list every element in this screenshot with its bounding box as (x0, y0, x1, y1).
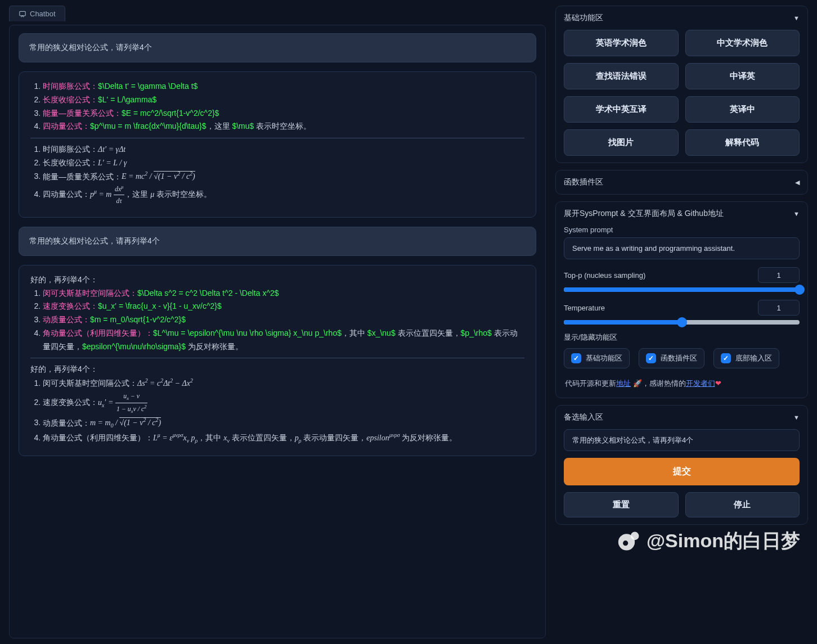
user-message-2: 常用的狭义相对论公式，请再列举4个 (19, 227, 536, 256)
bot-message-2: 好的，再列举4个： 闵可夫斯基时空间隔公式：$\Delta s^2 = c^2 … (19, 265, 536, 456)
rocket-icon: 🚀 (633, 379, 642, 388)
topp-fill (564, 287, 800, 292)
tab-bar: Chatbot (9, 6, 546, 21)
fn-btn-en-to-zh[interactable]: 英译中 (685, 96, 800, 123)
bot-message-1: 时间膨胀公式：$\Delta t' = \gamma \Delta t$ 长度收… (19, 71, 536, 218)
bot2-rendered-2: 速度变换公式：ux′ = ux − v1 − uxv / c2 (43, 390, 524, 416)
user-message-1: 常用的狭义相对论公式，请列举4个 (19, 33, 536, 62)
bot2-raw-1-latex: $\Delta s^2 = c^2 \Delta t^2 - \Delta x^… (137, 289, 279, 298)
bot1-rendered-3: 能量—质量关系公式：E = mc2 / √(1 − v2 / c2) (43, 170, 524, 183)
system-prompt-input[interactable] (564, 237, 800, 259)
divider (30, 358, 524, 358)
fn-btn-explain-code[interactable]: 解释代码 (685, 129, 800, 156)
bot2-rendered-list: 闵可夫斯基时空间隔公式：Δs2 = c2Δt2 − Δx2 速度变换公式：ux′… (43, 376, 524, 445)
footer-links: 代码开源和更新地址 🚀，感谢热情的开发者们❤ (564, 376, 800, 391)
divider (30, 138, 524, 138)
tab-label: Chatbot (30, 10, 56, 18)
repo-link[interactable]: 地址 (616, 379, 631, 388)
bot1-raw-1-latex: $\Delta t' = \gamma \Delta t$ (98, 82, 197, 91)
temperature-track[interactable] (564, 320, 800, 325)
bot1-rendered-2: 长度收缩公式：L′ = L / γ (43, 156, 524, 170)
system-prompt-label: System prompt (564, 226, 800, 234)
sidebar: 基础功能区 ▼ 英语学术润色 中文学术润色 查找语法错误 中译英 学术中英互译 … (553, 0, 817, 644)
system-prompt-field: System prompt (564, 226, 800, 259)
bot2-rendered-3: 动质量公式：m = m0 / √(1 − v2 / c2) (43, 416, 524, 431)
visibility-label: 显示/隐藏功能区 (564, 332, 800, 343)
chevron-left-icon: ◀ (795, 179, 800, 186)
bot1-raw-2-latex: $L' = L/\gamma$ (98, 95, 156, 104)
fn-btn-chinese-polish[interactable]: 中文学术润色 (685, 30, 800, 56)
bot1-raw-3-latex: $E = mc^2/\sqrt{1-v^2/c^2}$ (122, 109, 219, 118)
reset-button[interactable]: 重置 (564, 492, 679, 517)
topp-value-input[interactable] (758, 267, 800, 283)
checkbox-plugins-label: 函数插件区 (661, 353, 697, 363)
bot2-raw-3-label: 动质量公式： (43, 315, 90, 324)
fn-btn-zh-to-en[interactable]: 中译英 (685, 63, 800, 89)
bot2-raw-2-label: 速度变换公式： (43, 301, 98, 310)
submit-button[interactable]: 提交 (564, 458, 800, 485)
topp-slider: Top-p (nucleus sampling) (564, 267, 800, 292)
alt-input-title: 备选输入区 (564, 412, 603, 422)
checkbox-bottom-input[interactable]: ✓ 底部输入区 (713, 348, 779, 368)
bot2-raw-1-label: 闵可夫斯基时空间隔公式： (43, 289, 137, 298)
temperature-slider: Temperature (564, 300, 800, 325)
temperature-fill (564, 320, 682, 325)
bot2-intro: 好的，再列举4个： (30, 273, 524, 287)
bot1-raw-3-label: 能量—质量关系公式： (43, 109, 122, 118)
basic-functions-title: 基础功能区 (564, 13, 603, 23)
basic-functions-header[interactable]: 基础功能区 ▼ (564, 13, 800, 23)
bot2-raw-3-latex: $m = m_0/\sqrt{1-v^2/c^2}$ (90, 315, 186, 324)
temperature-label: Temperature (564, 304, 605, 312)
bot2-raw-4-latex: $L^\mu = \epsilon^{\mu \nu \rho \sigma} … (153, 328, 342, 337)
chat-icon (19, 10, 26, 18)
alt-input-field[interactable] (564, 429, 800, 451)
chevron-down-icon: ▼ (793, 414, 800, 421)
bot2-raw-2-latex: $u_x' = \frac{u_x - v}{1 - u_xv/c^2}$ (98, 301, 222, 310)
topp-label: Top-p (nucleus sampling) (564, 271, 645, 280)
temperature-knob[interactable] (677, 317, 687, 327)
bot1-rendered-1: 时间膨胀公式：Δt′ = γΔt (43, 143, 524, 156)
tab-chatbot[interactable]: Chatbot (9, 6, 65, 21)
bot2-rendered-intro: 好的，再列举4个： (30, 363, 524, 376)
fn-btn-grammar-check[interactable]: 查找语法错误 (564, 63, 679, 89)
bot1-raw-list: 时间膨胀公式：$\Delta t' = \gamma \Delta t$ 长度收… (43, 80, 524, 133)
user-message-1-text: 常用的狭义相对论公式，请列举4个 (29, 43, 152, 52)
checkbox-plugins[interactable]: ✓ 函数插件区 (639, 348, 704, 368)
basic-buttons-grid: 英语学术润色 中文学术润色 查找语法错误 中译英 学术中英互译 英译中 找图片 … (564, 30, 800, 156)
checkbox-basic-label: 基础功能区 (586, 353, 622, 363)
topp-track[interactable] (564, 287, 800, 292)
bot1-raw-1-label: 时间膨胀公式： (43, 82, 98, 91)
sysprompt-header[interactable]: 展开SysPrompt & 交互界面布局 & Github地址 ▼ (564, 209, 800, 219)
check-icon: ✓ (646, 353, 656, 363)
temperature-value-input[interactable] (758, 300, 800, 316)
bot1-rendered-4: 四动量公式：pμ = m dxμdτ，这里 μ 表示时空坐标。 (43, 183, 524, 206)
sysprompt-title: 展开SysPrompt & 交互界面布局 & Github地址 (564, 209, 724, 219)
bot1-raw-2-label: 长度收缩公式： (43, 95, 98, 104)
contributors-link[interactable]: 开发者们 (686, 379, 715, 388)
topp-knob[interactable] (794, 285, 805, 295)
stop-button[interactable]: 停止 (685, 492, 800, 517)
bot1-raw-4-label: 四动量公式： (43, 121, 90, 130)
plugins-title: 函数插件区 (564, 177, 603, 187)
check-icon: ✓ (571, 353, 581, 363)
bot1-rendered-list: 时间膨胀公式：Δt′ = γΔt 长度收缩公式：L′ = L / γ 能量—质量… (43, 143, 524, 207)
bot2-raw-list: 闵可夫斯基时空间隔公式：$\Delta s^2 = c^2 \Delta t^2… (43, 287, 524, 354)
checkbox-bottom-input-label: 底部输入区 (735, 353, 772, 363)
chat-area: 常用的狭义相对论公式，请列举4个 时间膨胀公式：$\Delta t' = \ga… (9, 25, 546, 638)
alt-input-header[interactable]: 备选输入区 ▼ (564, 412, 800, 422)
basic-functions-panel: 基础功能区 ▼ 英语学术润色 中文学术润色 查找语法错误 中译英 学术中英互译 … (555, 6, 808, 163)
checkbox-basic[interactable]: ✓ 基础功能区 (564, 348, 630, 368)
plugins-header[interactable]: 函数插件区 ◀ (564, 177, 800, 187)
alt-input-panel: 备选输入区 ▼ 提交 重置 停止 (555, 405, 808, 525)
fn-btn-academic-translate[interactable]: 学术中英互译 (564, 96, 679, 123)
fn-btn-english-polish[interactable]: 英语学术润色 (564, 30, 679, 56)
plugins-panel: 函数插件区 ◀ (555, 170, 808, 195)
chevron-down-icon: ▼ (793, 15, 800, 21)
sysprompt-panel: 展开SysPrompt & 交互界面布局 & Github地址 ▼ System… (555, 201, 808, 398)
chevron-down-icon: ▼ (793, 210, 800, 217)
bot2-rendered-1: 闵可夫斯基时空间隔公式：Δs2 = c2Δt2 − Δx2 (43, 376, 524, 390)
fn-btn-find-image[interactable]: 找图片 (564, 129, 679, 156)
bot1-raw-4-latex: $p^\mu = m \frac{dx^\mu}{d\tau}$ (90, 121, 207, 130)
check-icon: ✓ (721, 353, 731, 363)
bot2-rendered-4: 角动量公式（利用四维矢量）：Lμ = εμνρσxν pρ，其中 xν 表示位置… (43, 431, 524, 445)
